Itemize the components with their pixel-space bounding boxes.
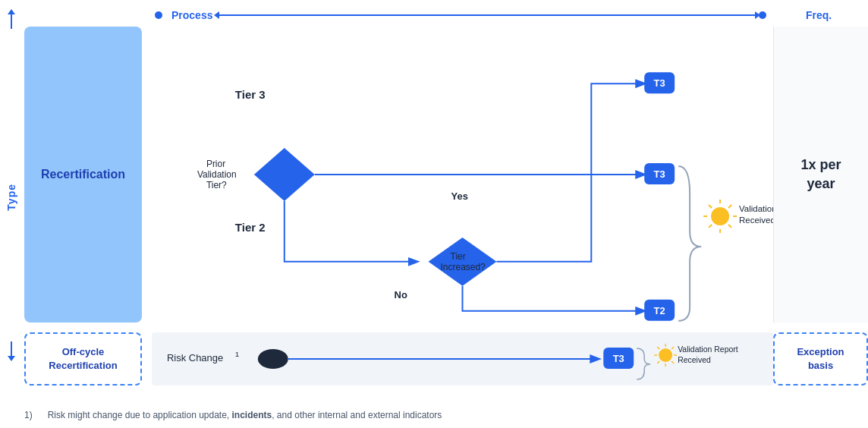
yes-label: Yes <box>451 190 468 202</box>
risk-change-superscript: 1 <box>235 350 240 358</box>
freq-value: 1x peryear <box>800 156 841 194</box>
freq-label: Freq. <box>806 9 832 21</box>
type-label: Type <box>5 184 17 211</box>
type-arrow-bottom <box>11 341 12 357</box>
svg-line-6 <box>728 205 731 208</box>
process-diagram: Tier 3 Tier 2 Prior Validation Tier? T3 … <box>152 27 773 323</box>
validation-report-text2: Received <box>678 356 711 364</box>
process-line <box>219 14 756 16</box>
validation-received-icon <box>711 207 729 225</box>
offcycle-diagram: Risk Change 1 T3 Validation Report Recei… <box>152 332 773 386</box>
svg-line-7 <box>709 225 712 228</box>
footer-text: Risk might change due to application upd… <box>48 410 232 420</box>
risk-change-oval <box>258 349 288 369</box>
t3-badge-mid-text: T3 <box>654 168 665 180</box>
tier2-text: Tier 2 <box>235 221 266 234</box>
t2-badge-text: T2 <box>654 305 665 316</box>
tier-increased-label2: Increased? <box>441 262 486 272</box>
exception-label: Exceptionbasis <box>797 345 844 373</box>
process-header: Process <box>152 6 769 24</box>
process-label: Process <box>165 9 219 21</box>
footer-text2: , and other internal and external indica… <box>272 410 442 420</box>
no-label: No <box>395 289 407 301</box>
recertification-label: Recertification <box>41 168 125 181</box>
tier2-bottom-path <box>285 201 417 262</box>
validation-received-text1: Validation <box>739 204 773 213</box>
prior-validation-label1: Prior <box>206 159 225 169</box>
type-axis: Type <box>0 0 23 395</box>
freq-header: Freq. <box>769 6 868 24</box>
exception-box: Exceptionbasis <box>773 332 868 386</box>
t3-badge-offcycle-text: T3 <box>613 353 624 364</box>
risk-change-label: Risk Change <box>167 352 223 363</box>
offcycle-box: Off-cycleRecertification <box>24 332 142 386</box>
offcycle-label: Off-cycleRecertification <box>49 345 117 373</box>
t3-badge-top-text: T3 <box>654 77 665 89</box>
freq-area: 1x peryear <box>773 27 868 323</box>
process-dot-left <box>155 11 162 19</box>
type-arrow-top <box>11 14 12 29</box>
recertification-box: Recertification <box>24 27 142 323</box>
footer-note: 1) Risk might change due to application … <box>24 410 853 420</box>
prior-validation-diamond <box>254 148 315 201</box>
brace-right <box>678 166 701 321</box>
svg-line-5 <box>728 225 731 228</box>
svg-line-4 <box>709 205 712 208</box>
prior-validation-label2: Validation <box>197 169 237 180</box>
tier-increased-yes-path <box>496 175 644 262</box>
footer-bold: incidents <box>232 410 272 420</box>
no-path <box>463 286 645 311</box>
tier3-top-path <box>315 83 644 175</box>
tier-increased-label1: Tier <box>451 251 466 262</box>
validation-received-text2: Received <box>739 216 773 225</box>
main-container: Type Process Freq. Recertification 1x pe… <box>0 0 868 428</box>
validation-report-icon <box>659 348 672 362</box>
tier3-text: Tier 3 <box>235 88 266 101</box>
prior-validation-label3: Tier? <box>206 180 227 190</box>
validation-report-text1: Validation Report <box>678 345 738 354</box>
footer-number: 1) <box>24 410 33 420</box>
